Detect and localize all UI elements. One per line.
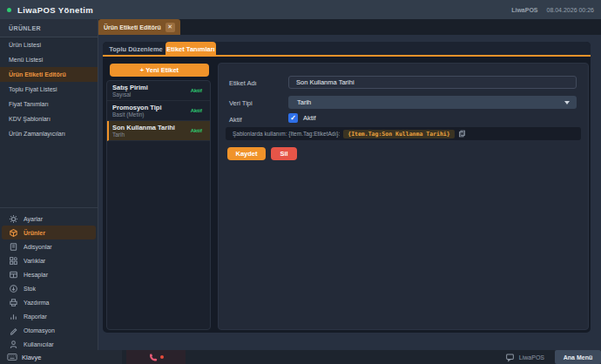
module-otomasyon[interactable]: Otomasyon	[2, 323, 96, 337]
module-urunler[interactable]: Ürünler	[2, 226, 96, 239]
sidebar: ÜRÜNLER Ürün Listesi Menü Listesi Ürün E…	[0, 19, 98, 350]
active-label: Aktif	[229, 116, 242, 124]
tag-name-input[interactable]	[288, 76, 577, 89]
sidebar-item-menu-listesi[interactable]: Menü Listesi	[0, 52, 98, 67]
sidebar-item-urun-etiketi-editoru[interactable]: Ürün Etiketi Editörü	[0, 67, 98, 82]
status-bar: Klavye LiwaPOS Ana Menü	[0, 350, 601, 364]
notification-dot	[160, 355, 164, 359]
user-icon	[9, 340, 18, 349]
tag-form: Etiket Adı Veri Tipi Tarih Aktif ✓ Aktif…	[218, 63, 589, 330]
module-label: Raporlar	[24, 313, 47, 320]
active-checkbox[interactable]: ✓	[288, 113, 298, 123]
sidebar-section-title: ÜRÜNLER	[0, 19, 98, 37]
close-icon[interactable]: ✕	[165, 23, 175, 32]
module-label: Kullanıcılar	[24, 341, 54, 347]
sidebar-item-urun-listesi[interactable]: Ürün Listesi	[0, 37, 98, 52]
sidebar-item-kdv-sablonlari[interactable]: KDV Şablonları	[0, 111, 98, 126]
module-label: Varlıklar	[24, 258, 45, 264]
topbar-app-name: LiwaPOS	[511, 7, 537, 13]
status-badge: Aktif	[191, 128, 202, 133]
list-item-selected[interactable]: Son Kullanma Tarihi Tarih Aktif	[107, 121, 210, 141]
module-label: Stok	[24, 286, 36, 292]
main-menu-button[interactable]: Ana Menü	[555, 350, 601, 364]
data-type-value: Tarih	[297, 98, 311, 106]
module-adisyonlar[interactable]: Adisyonlar	[2, 239, 96, 253]
inner-tab-bar: Toplu Düzenleme Etiket Tanımları	[103, 42, 591, 57]
keyboard-toggle[interactable]: Klavye	[0, 350, 122, 364]
chevron-down-icon	[564, 101, 570, 104]
module-raporlar[interactable]: Raporlar	[2, 309, 96, 323]
app-title: LiwaPOS Yönetim	[17, 5, 93, 15]
module-yazdirma[interactable]: Yazdırma	[2, 295, 96, 309]
module-label: Adisyonlar	[24, 244, 52, 250]
table-icon	[9, 270, 18, 280]
module-stok[interactable]: Stok	[2, 281, 96, 295]
list-item[interactable]: Promosyon Tipi Basit (Metin) Aktif	[107, 101, 210, 121]
chat-bubble-icon[interactable]	[505, 353, 515, 362]
printer-icon	[9, 298, 18, 307]
status-badge: Aktif	[191, 108, 202, 113]
statusbar-app-name: LiwaPOS	[519, 354, 544, 361]
name-label: Etiket Adı	[229, 79, 257, 87]
template-code-chip: {Item.Tag:Son Kullanma Tarihi}	[343, 130, 454, 138]
list-item[interactable]: Satış Pirimi Sayısal Aktif	[107, 81, 210, 101]
template-usage-strip: Şablonlarda kullanım: {Item.Tag:EtiketAd…	[226, 127, 581, 140]
title-bar: LiwaPOS Yönetim LiwaPOS 08.04.2026 00:26	[0, 0, 601, 19]
status-dot-icon	[7, 8, 11, 12]
chart-icon	[9, 312, 18, 321]
module-label: Ürünler	[24, 230, 45, 236]
template-hint: Şablonlarda kullanım: {Item.Tag:EtiketAd…	[233, 131, 340, 137]
tab-toplu-duzenleme[interactable]: Toplu Düzenleme	[106, 42, 165, 57]
module-ayarlar[interactable]: Ayarlar	[2, 212, 96, 226]
delete-button[interactable]: Sil	[271, 147, 297, 160]
save-button[interactable]: Kaydet	[227, 147, 266, 160]
receipt-icon	[9, 242, 18, 252]
stock-icon	[9, 284, 18, 293]
document-tab-urun-etiketi-editoru[interactable]: Ürün Etiketi Editörü ✕	[98, 19, 180, 35]
sidebar-modules: Ayarlar Ürünler Adisyonlar Varlıklar Hes…	[0, 207, 98, 351]
keyboard-label: Klavye	[22, 354, 42, 361]
call-button[interactable]	[126, 350, 186, 364]
sidebar-item-fiyat-tanimlari[interactable]: Fiyat Tanımları	[0, 97, 98, 111]
box-icon	[9, 228, 18, 238]
active-check-row: ✓ Aktif	[288, 113, 316, 123]
active-checkbox-label: Aktif	[303, 114, 316, 122]
phone-icon	[148, 353, 158, 362]
document-tab-bar: Ürün Etiketi Editörü ✕	[98, 19, 601, 35]
copy-icon[interactable]	[458, 130, 466, 138]
pen-icon	[9, 326, 18, 335]
module-label: Hesaplar	[24, 272, 48, 278]
module-label: Yazdırma	[24, 300, 49, 306]
module-label: Ayarlar	[24, 216, 43, 222]
statusbar-right: LiwaPOS Ana Menü	[505, 350, 601, 364]
status-badge: Aktif	[191, 88, 202, 93]
module-kullanicilar[interactable]: Kullanıcılar	[2, 337, 96, 351]
data-type-select[interactable]: Tarih	[288, 96, 577, 109]
new-tag-button[interactable]: + Yeni Etiket	[110, 64, 209, 77]
module-hesaplar[interactable]: Hesaplar	[2, 267, 96, 281]
tag-list: Satış Pirimi Sayısal Aktif Promosyon Tip…	[106, 80, 211, 330]
document-tab-label: Ürün Etiketi Editörü	[104, 24, 161, 30]
app-window: LiwaPOS Yönetim LiwaPOS 08.04.2026 00:26…	[0, 0, 601, 364]
module-label: Otomasyon	[24, 327, 55, 334]
gear-icon	[9, 214, 18, 224]
tab-etiket-tanimlari[interactable]: Etiket Tanımları	[165, 42, 216, 57]
editor-content: Toplu Düzenleme Etiket Tanımları + Yeni …	[103, 42, 591, 333]
topbar-datetime: 08.04.2026 00:26	[547, 7, 595, 13]
sidebar-item-toplu-fiyat-listesi[interactable]: Toplu Fiyat Listesi	[0, 82, 98, 97]
type-label: Veri Tipi	[229, 99, 253, 107]
module-varliklar[interactable]: Varlıklar	[2, 253, 96, 267]
grid-icon	[9, 256, 18, 266]
sidebar-item-urun-zamanlayicilari[interactable]: Ürün Zamanlayıcıları	[0, 126, 98, 141]
keyboard-icon	[7, 353, 17, 361]
main-area: Ürün Etiketi Editörü ✕ Toplu Düzenleme E…	[98, 19, 601, 350]
